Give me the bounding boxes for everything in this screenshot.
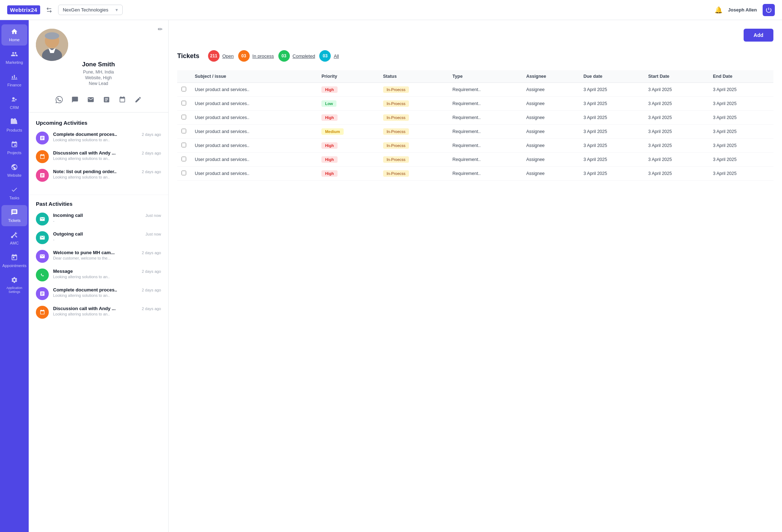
- row-checkbox-cell[interactable]: [177, 167, 190, 181]
- tab-completed[interactable]: 03 Completed: [278, 49, 315, 63]
- row-checkbox[interactable]: [182, 129, 186, 133]
- activity-title: Discussion call with Andy ...: [53, 150, 135, 156]
- start-date-cell: 3 April 2025: [644, 125, 709, 139]
- list-item[interactable]: Welcome to pune MH cam... Dear customer,…: [36, 250, 161, 263]
- row-checkbox-cell[interactable]: [177, 97, 190, 111]
- company-dropdown[interactable]: NexGen Technologies ▾: [58, 5, 123, 15]
- sidebar-item-products[interactable]: Products: [1, 115, 27, 136]
- activity-sub: -: [53, 219, 138, 223]
- assignee-cell: Assignee: [522, 83, 579, 97]
- type-cell: Requirement..: [448, 97, 522, 111]
- tab-label-open[interactable]: Open: [222, 53, 234, 59]
- swap-icon[interactable]: [46, 7, 52, 13]
- assignee-cell: Assignee: [522, 167, 579, 181]
- activity-sub: Looking altering solutions to an..: [53, 156, 135, 161]
- type-cell: Requirement..: [448, 139, 522, 153]
- tab-label-in-process[interactable]: In process: [253, 53, 274, 59]
- activity-title: Message: [53, 269, 135, 274]
- header-checkbox-cell: [177, 70, 190, 83]
- row-checkbox-cell[interactable]: [177, 139, 190, 153]
- sidebar: Home Marketing Finance CRM Products: [0, 20, 29, 532]
- status-badge: In-Proecss: [383, 142, 409, 149]
- row-checkbox-cell[interactable]: [177, 83, 190, 97]
- power-button[interactable]: [763, 4, 775, 16]
- row-checkbox[interactable]: [182, 87, 186, 91]
- end-date-cell: 3 April 2025: [708, 139, 773, 153]
- whatsapp-button[interactable]: [54, 95, 64, 106]
- list-item[interactable]: Note: list out pending order.. Looking a…: [36, 169, 161, 182]
- table-row[interactable]: User product and services.. Low In-Proec…: [177, 97, 773, 111]
- sidebar-item-website[interactable]: Website: [1, 160, 27, 181]
- list-item[interactable]: Incoming call - Just now: [36, 213, 161, 225]
- start-date-cell: 3 April 2025: [644, 97, 709, 111]
- profile-edit-button[interactable]: ✏: [158, 26, 162, 33]
- tickets-header: Tickets 211 Open 03 In process 03 Comple…: [177, 49, 773, 63]
- past-activities-title: Past Activities: [36, 201, 161, 207]
- activity-sub: Looking altering solutions to an..: [53, 312, 135, 316]
- list-item[interactable]: Complete document proces.. Looking alter…: [36, 132, 161, 144]
- tab-in-process[interactable]: 03 In process: [238, 49, 274, 63]
- sidebar-item-tasks[interactable]: Tasks: [1, 182, 27, 204]
- sidebar-item-app-settings[interactable]: Application Settings: [1, 273, 27, 298]
- notification-bell-icon[interactable]: 🔔: [715, 6, 722, 14]
- past-activities-list: Incoming call - Just now Outgoing call -…: [36, 213, 161, 319]
- list-item[interactable]: Message Looking altering solutions to an…: [36, 269, 161, 281]
- sidebar-item-amc[interactable]: AMC: [1, 228, 27, 249]
- add-button[interactable]: Add: [744, 29, 773, 42]
- status-cell: In-Proecss: [379, 153, 448, 167]
- end-date-cell: 3 April 2025: [708, 153, 773, 167]
- tab-label-completed[interactable]: Completed: [293, 53, 315, 59]
- sidebar-item-crm[interactable]: CRM: [1, 92, 27, 113]
- notes-button[interactable]: [102, 95, 112, 106]
- activity-time: 2 days ago: [142, 269, 161, 274]
- due-date-cell: 3 April 2025: [579, 111, 644, 125]
- profile-edit2-button[interactable]: [133, 95, 143, 106]
- row-checkbox[interactable]: [182, 143, 186, 147]
- sidebar-item-projects[interactable]: Projects: [1, 137, 27, 158]
- type-cell: Requirement..: [448, 111, 522, 125]
- list-item[interactable]: Discussion call with Andy ... Looking al…: [36, 306, 161, 319]
- table-body: User product and services.. High In-Proe…: [177, 83, 773, 181]
- list-item[interactable]: Discussion call with Andy ... Looking al…: [36, 150, 161, 163]
- assignee-cell: Assignee: [522, 139, 579, 153]
- sidebar-item-appointments[interactable]: Appointments: [1, 250, 27, 271]
- table-row[interactable]: User product and services.. High In-Proe…: [177, 153, 773, 167]
- svg-point-0: [12, 97, 15, 100]
- assignee-cell: Assignee: [522, 111, 579, 125]
- table-row[interactable]: User product and services.. High In-Proe…: [177, 83, 773, 97]
- sidebar-item-finance[interactable]: Finance: [1, 70, 27, 91]
- sidebar-item-home[interactable]: Home: [1, 24, 27, 46]
- activity-sub: -: [53, 237, 138, 242]
- right-panel: Add Tickets 211 Open 03 In process 03 Co…: [169, 20, 782, 532]
- table-row[interactable]: User product and services.. High In-Proe…: [177, 139, 773, 153]
- row-checkbox[interactable]: [182, 157, 186, 161]
- sidebar-item-tickets[interactable]: Tickets: [1, 205, 27, 226]
- table-header: Subject / issuePriorityStatusTypeAssigne…: [177, 70, 773, 83]
- list-item[interactable]: Outgoing call - Just now: [36, 231, 161, 244]
- tab-all[interactable]: 03 All: [319, 49, 339, 63]
- activity-time: Just now: [146, 231, 161, 236]
- table-row[interactable]: User product and services.. High In-Proe…: [177, 167, 773, 181]
- tab-label-all[interactable]: All: [334, 53, 339, 59]
- row-checkbox[interactable]: [182, 115, 186, 119]
- assignee-cell: Assignee: [522, 125, 579, 139]
- row-checkbox-cell[interactable]: [177, 111, 190, 125]
- sidebar-item-marketing[interactable]: Marketing: [1, 47, 27, 68]
- schedule-button[interactable]: [117, 95, 127, 106]
- row-checkbox-cell[interactable]: [177, 153, 190, 167]
- end-date-cell: 3 April 2025: [708, 167, 773, 181]
- email-button[interactable]: [86, 95, 96, 106]
- row-checkbox[interactable]: [182, 101, 186, 105]
- tab-open[interactable]: 211 Open: [208, 49, 234, 63]
- list-item[interactable]: Complete document proces.. Looking alter…: [36, 287, 161, 300]
- row-checkbox[interactable]: [182, 171, 186, 175]
- due-date-cell: 3 April 2025: [579, 125, 644, 139]
- table-row[interactable]: User product and services.. High In-Proe…: [177, 111, 773, 125]
- table-row[interactable]: User product and services.. Medium In-Pr…: [177, 125, 773, 139]
- activity-time: 2 days ago: [142, 250, 161, 255]
- chat-button[interactable]: [70, 95, 80, 106]
- activity-sub: Looking altering solutions to an..: [53, 175, 135, 179]
- row-checkbox-cell[interactable]: [177, 125, 190, 139]
- activity-content: Complete document proces.. Looking alter…: [53, 287, 135, 298]
- activity-icon: [36, 169, 49, 182]
